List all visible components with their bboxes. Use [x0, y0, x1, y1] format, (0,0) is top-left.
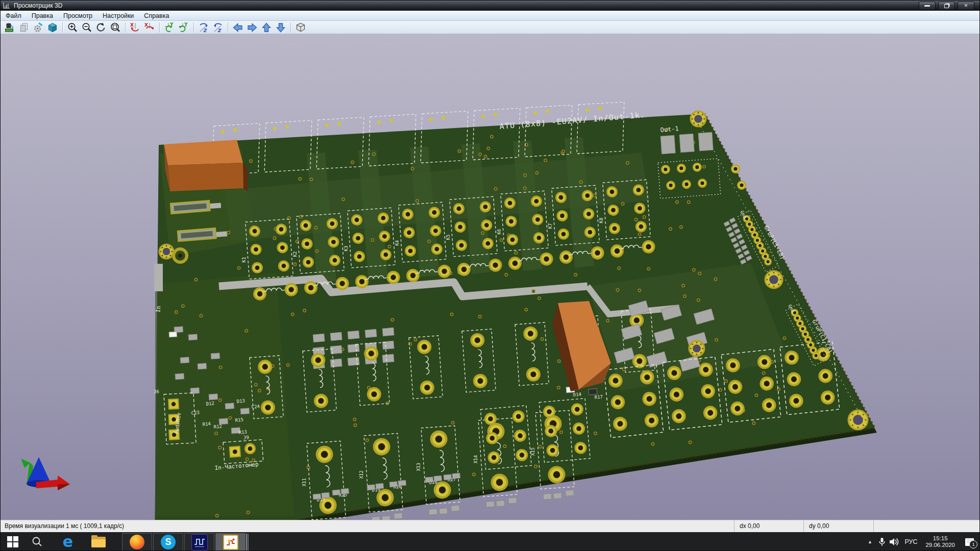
svg-text:K4: K4	[395, 240, 400, 246]
rotate-x-cw-icon: X	[144, 22, 155, 33]
move-right-button[interactable]	[246, 21, 259, 34]
pcb-3d-render: K1K2K3K4K5K6K7K8X11X12X13X14X15Out-1GruP…	[1, 34, 980, 520]
minimize-button[interactable]	[919, 2, 936, 10]
microphone-tray-button[interactable]	[876, 532, 888, 551]
svg-text:D12: D12	[206, 400, 214, 407]
copy-image-button[interactable]	[17, 21, 31, 34]
app-window: Просмотрщик 3D ✕ Файл Правка Просмотр На…	[0, 0, 980, 551]
redraw-icon	[95, 22, 107, 33]
move-down-button[interactable]	[274, 21, 287, 34]
oscilloscope-app-icon	[191, 534, 208, 550]
clock[interactable]: 15:15 29.06.2020	[921, 535, 959, 548]
move-up-button[interactable]	[260, 21, 273, 34]
rotate-y-ccw-icon: Y	[164, 22, 175, 33]
svg-text:R15: R15	[235, 417, 243, 423]
restore-button[interactable]	[938, 2, 955, 10]
svg-text:R13: R13	[238, 429, 247, 435]
svg-text:In: In	[155, 306, 162, 313]
settings-button[interactable]	[32, 21, 45, 34]
firefox-button[interactable]	[122, 533, 152, 551]
svg-text:Z: Z	[203, 28, 207, 33]
move-left-button[interactable]	[231, 21, 244, 34]
svg-text:K6: K6	[497, 229, 502, 235]
svg-text:D14: D14	[573, 392, 581, 397]
oscilloscope-app-button[interactable]	[184, 533, 214, 551]
skype-icon: S	[161, 535, 176, 549]
firefox-icon	[130, 535, 144, 549]
ortho-cube-icon	[295, 22, 306, 33]
skype-button[interactable]: S	[153, 533, 183, 551]
zoom-fit-icon	[110, 22, 121, 33]
volume-tray-button[interactable]	[888, 532, 900, 551]
arrow-down-icon	[275, 22, 286, 33]
menu-file[interactable]: Файл	[1, 11, 27, 20]
rotate-y-neg-button[interactable]: Y	[163, 21, 176, 34]
svg-text:D13: D13	[236, 398, 245, 404]
zoom-fit-button[interactable]	[109, 21, 122, 34]
chevron-up-icon: ▲	[868, 539, 872, 544]
render-options-button[interactable]	[46, 21, 59, 34]
edge-button[interactable]: e	[56, 532, 80, 551]
app-icon	[3, 2, 11, 9]
explorer-button[interactable]	[86, 532, 111, 551]
rotate-z-ccw-icon: Z	[198, 22, 209, 33]
rotate-z-pos-button[interactable]: Z	[211, 21, 225, 34]
arrow-left-icon	[232, 22, 243, 33]
svg-text:X11: X11	[302, 478, 307, 486]
viewport-3d[interactable]: K1K2K3K4K5K6K7K8X11X12X13X14X15Out-1GruP…	[1, 34, 980, 520]
svg-text:R14: R14	[202, 421, 211, 427]
close-button[interactable]: ✕	[958, 2, 974, 10]
redraw-button[interactable]	[94, 21, 108, 34]
arrow-up-icon	[261, 22, 272, 33]
svg-text:X13: X13	[416, 463, 421, 471]
kicad-button[interactable]	[215, 533, 246, 551]
toolbar: X X Y Y Z	[1, 21, 979, 34]
taskbar: e S ▲	[1, 532, 979, 551]
speaker-icon	[889, 537, 900, 547]
rotate-y-pos-button[interactable]: Y	[177, 21, 190, 34]
menu-preferences[interactable]: Настройки	[97, 11, 139, 20]
window-title: Просмотрщик 3D	[14, 2, 62, 9]
svg-text:C23: C23	[191, 410, 200, 416]
svg-text:R17: R17	[594, 394, 603, 400]
title-bar[interactable]: Просмотрщик 3D ✕	[1, 1, 979, 11]
start-button[interactable]	[1, 532, 25, 551]
rotate-x-pos-button[interactable]: X	[143, 21, 156, 34]
svg-text:X15: X15	[530, 447, 535, 456]
zoom-out-button[interactable]	[80, 21, 93, 34]
search-icon	[32, 536, 43, 547]
menu-edit[interactable]: Правка	[27, 11, 58, 20]
zoom-in-button[interactable]	[66, 21, 79, 34]
svg-text:J9: J9	[243, 435, 249, 440]
menu-help[interactable]: Справка	[139, 11, 174, 20]
svg-text:K1: K1	[241, 257, 247, 263]
ortho-view-button[interactable]	[294, 21, 307, 34]
zoom-out-icon	[81, 22, 92, 33]
kicad-icon	[223, 535, 238, 550]
notification-badge: 1	[969, 540, 977, 548]
rotate-z-neg-button[interactable]: Z	[197, 21, 210, 34]
svg-text:C24: C24	[251, 404, 260, 410]
notification-center-button[interactable]: 1	[959, 532, 979, 551]
windows-logo-icon	[7, 536, 18, 547]
status-dy: dy 0,00	[803, 520, 873, 533]
rotate-y-cw-icon: Y	[178, 22, 189, 33]
rotate-x-neg-button[interactable]: X	[129, 21, 142, 34]
language-indicator[interactable]: РУС	[900, 538, 921, 545]
svg-text:X: X	[130, 22, 134, 28]
status-empty	[873, 520, 980, 533]
clock-time: 15:15	[925, 535, 955, 542]
svg-text:K2: K2	[292, 252, 298, 257]
gear-wrench-icon	[33, 22, 44, 33]
status-dx: dx 0,00	[734, 520, 803, 533]
reload-board-button[interactable]	[3, 21, 16, 34]
zoom-in-icon	[67, 22, 78, 33]
svg-text:K5: K5	[446, 235, 451, 240]
file-explorer-icon	[91, 537, 106, 547]
menu-view[interactable]: Просмотр	[58, 11, 97, 20]
svg-text:K8: K8	[599, 218, 604, 223]
svg-text:R12: R12	[213, 423, 222, 430]
search-button[interactable]	[25, 532, 50, 551]
tray-expand-button[interactable]: ▲	[864, 532, 876, 551]
svg-text:J6: J6	[154, 389, 159, 394]
